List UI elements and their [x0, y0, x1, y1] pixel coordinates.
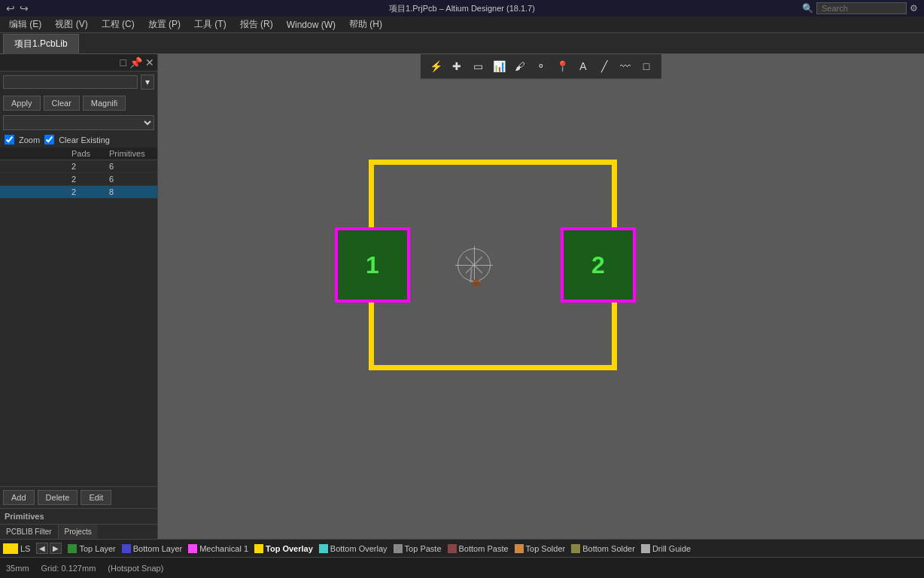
edit-button[interactable]: Edit	[81, 490, 111, 505]
layer-nav-left[interactable]: ◀	[36, 543, 48, 554]
bottom-layer-label: Bottom Layer	[133, 544, 182, 553]
filter-input[interactable]	[3, 75, 138, 89]
menu-place[interactable]: 放置 (P)	[142, 17, 187, 32]
wave-icon[interactable]: 〰	[616, 57, 634, 75]
row-pads: 2	[71, 162, 109, 171]
zoom-checkbox[interactable]	[5, 135, 14, 144]
button-row: Apply Clear Magnifi	[0, 93, 157, 114]
layer-bottom-solder[interactable]: Bottom Solder	[571, 544, 635, 553]
top-solder-layer-label: Top Solder	[526, 544, 566, 553]
components-table: 2 6 2 6 2 8	[0, 160, 157, 324]
pcb-canvas: 1 2	[158, 54, 924, 539]
table-row[interactable]: 2 6	[0, 160, 157, 173]
top-paste-layer-label: Top Paste	[405, 544, 442, 553]
undo-icon[interactable]: ↩	[6, 2, 15, 14]
drill-guide-layer-label: Drill Guide	[652, 544, 691, 553]
layer-top-solder[interactable]: Top Solder	[515, 544, 566, 553]
search-input[interactable]	[816, 2, 907, 14]
panel-close-button[interactable]: ✕	[145, 56, 154, 68]
bottom-solder-layer-label: Bottom Solder	[582, 544, 635, 553]
row-pads: 2	[71, 175, 109, 184]
clear-existing-checkbox[interactable]	[44, 135, 54, 144]
canvas-area[interactable]: ⚡ ✚ ▭ 📊 🖌 ⚬ 📍 A ╱ 〰 □ 1 2	[158, 54, 924, 539]
table-row[interactable]: 2 8	[0, 186, 157, 199]
layer-nav-right[interactable]: ▶	[50, 543, 62, 554]
unit-status: 35mm	[6, 564, 29, 573]
panel-pin-button[interactable]: 📌	[129, 56, 142, 68]
pin-icon[interactable]: 📍	[553, 57, 571, 75]
apply-button[interactable]: Apply	[3, 96, 41, 111]
layer-bar: LS ◀ ▶ Top Layer Bottom Layer Mechanical…	[0, 539, 924, 557]
row-primitives: 8	[109, 187, 154, 196]
main-layout: □ 📌 ✕ ▾ Apply Clear Magnifi Zoom Clear E…	[0, 54, 924, 539]
layer-top-paste[interactable]: Top Paste	[394, 544, 442, 553]
layer-bottom-paste[interactable]: Bottom Paste	[448, 544, 509, 553]
filter-row: ▾	[0, 71, 157, 93]
layer-bottom-overlay[interactable]: Bottom Overlay	[319, 544, 388, 553]
col-header-name	[3, 149, 71, 158]
add-button[interactable]: Add	[3, 490, 35, 505]
menu-window[interactable]: Window (W)	[281, 18, 342, 32]
bottom-overlay-layer-color	[319, 544, 328, 553]
pad-1: 1	[335, 227, 410, 303]
tab-pcblib[interactable]: 项目1.PcbLib	[3, 34, 79, 54]
delete-button[interactable]: Delete	[38, 490, 78, 505]
top-overlay-layer-label: Top Overlay	[266, 544, 313, 553]
layer-drill-guide[interactable]: Drill Guide	[641, 544, 691, 553]
magnify-button[interactable]: Magnifi	[83, 96, 126, 111]
redo-icon[interactable]: ↪	[20, 2, 29, 14]
layer-bottom[interactable]: Bottom Layer	[122, 544, 182, 553]
top-overlay-layer-color	[254, 544, 263, 553]
bottom-layer-color	[122, 544, 131, 553]
rect-select-icon[interactable]: ▭	[469, 57, 487, 75]
menu-help[interactable]: 帮助 (H)	[343, 17, 388, 32]
settings-icon[interactable]: ⚙	[910, 3, 918, 14]
panel-tabs: PCBLIB Filter Projects	[0, 524, 157, 539]
text-icon[interactable]: A	[574, 57, 592, 75]
menu-tools[interactable]: 工具 (T)	[188, 17, 233, 32]
left-panel: □ 📌 ✕ ▾ Apply Clear Magnifi Zoom Clear E…	[0, 54, 158, 539]
top-layer-label: Top Layer	[79, 544, 115, 553]
col-header-pads: Pads	[71, 149, 109, 158]
menu-project[interactable]: 工程 (C)	[96, 17, 141, 32]
toolbar: ⚡ ✚ ▭ 📊 🖌 ⚬ 📍 A ╱ 〰 □	[421, 54, 661, 79]
layer-mechanical1[interactable]: Mechanical 1	[188, 544, 248, 553]
rect2-icon[interactable]: □	[637, 57, 655, 75]
title-bar: ↩ ↪ 项目1.PrjPcb – Altium Designer (18.1.7…	[0, 0, 924, 17]
filter-dropdown-btn[interactable]: ▾	[141, 75, 154, 90]
pad-2: 2	[561, 227, 636, 303]
dropdown-row	[0, 114, 157, 132]
line-icon[interactable]: ╱	[595, 57, 613, 75]
layer-top[interactable]: Top Layer	[68, 544, 115, 553]
snap-status: (Hotspot Snap)	[108, 564, 163, 573]
top-paste-layer-color	[394, 544, 403, 553]
row-primitives: 6	[109, 175, 154, 184]
clear-button[interactable]: Clear	[44, 96, 80, 111]
bottom-buttons: Add Delete Edit	[0, 486, 157, 508]
chart-icon[interactable]: 📊	[490, 57, 508, 75]
mode-select[interactable]	[3, 115, 154, 130]
zoom-label: Zoom	[19, 135, 40, 144]
layer-top-overlay[interactable]: Top Overlay	[254, 544, 313, 553]
brush-icon[interactable]: 🖌	[511, 57, 529, 75]
zoom-checkbox-row: Zoom Clear Existing	[0, 132, 157, 148]
row-pads: 2	[71, 187, 109, 196]
pcblib-filter-tab[interactable]: PCBLIB Filter	[0, 525, 59, 539]
menu-view[interactable]: 视图 (V)	[49, 17, 93, 32]
panel-float-button[interactable]: □	[120, 56, 126, 68]
app-title: 项目1.PrjPcb – Altium Designer (18.1.7)	[389, 3, 535, 14]
circle-icon[interactable]: ⚬	[532, 57, 550, 75]
table-row[interactable]: 2 6	[0, 173, 157, 186]
drill-guide-layer-color	[641, 544, 650, 553]
bottom-overlay-layer-label: Bottom Overlay	[330, 544, 388, 553]
filter-tool-icon[interactable]: ⚡	[427, 57, 445, 75]
primitives-label: Primitives	[0, 508, 157, 524]
row-primitives: 6	[109, 162, 154, 171]
menu-edit[interactable]: 编辑 (E)	[3, 17, 47, 32]
add-tool-icon[interactable]: ✚	[448, 57, 466, 75]
layer-color-indicator: LS	[3, 543, 30, 554]
menu-report[interactable]: 报告 (R)	[234, 17, 279, 32]
projects-tab[interactable]: Projects	[59, 525, 98, 539]
layer-nav: ◀ ▶	[36, 543, 62, 554]
top-layer-color	[68, 544, 77, 553]
